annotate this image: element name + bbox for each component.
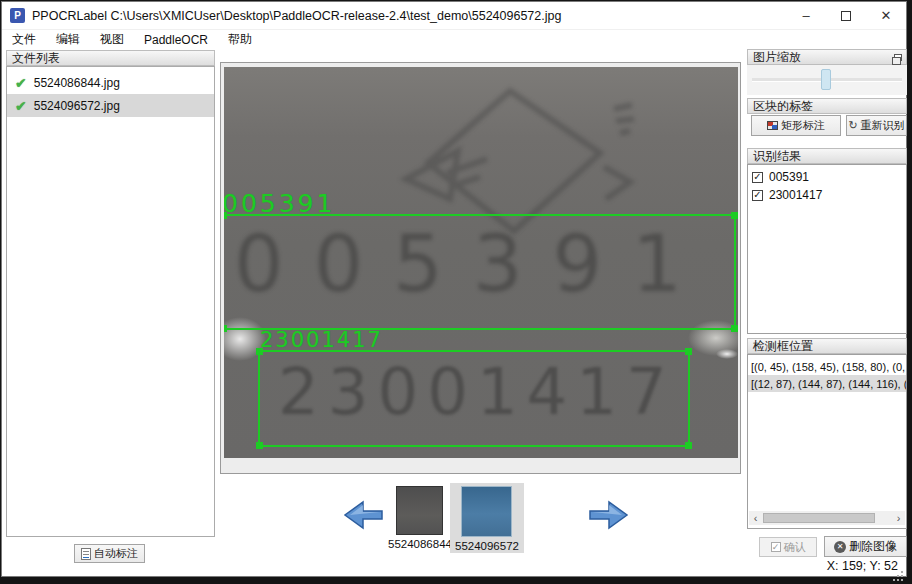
- boxes-section-header: 检测框位置: [747, 338, 907, 354]
- re-recognize-label: 重新识别: [861, 118, 905, 133]
- zoom-section-header: 图片缩放: [747, 49, 907, 65]
- re-recognize-button[interactable]: ↻ 重新识别: [846, 115, 907, 136]
- rectangle-icon: [767, 121, 778, 130]
- delete-icon: ✕: [834, 541, 846, 553]
- results-section-header: 识别结果: [747, 148, 907, 164]
- thumbnail-caption: 5524086844: [388, 538, 452, 550]
- result-item[interactable]: ✓ 23001417: [752, 186, 906, 204]
- menu-file[interactable]: 文件: [2, 31, 46, 48]
- box-handle[interactable]: [224, 212, 227, 219]
- window-controls: – ✕: [786, 2, 906, 29]
- maximize-icon: [841, 11, 851, 21]
- scroll-left-arrow[interactable]: ‹: [749, 511, 762, 525]
- app-icon: P: [10, 8, 25, 23]
- image-view[interactable]: 005391 23001417 005391 23001417: [224, 67, 738, 458]
- box-handle[interactable]: [256, 442, 263, 449]
- box-position-item-selected[interactable]: [(12, 87), (144, 87), (144, 116), (12, 1…: [748, 375, 906, 392]
- box-handle[interactable]: [731, 325, 738, 332]
- checkmark-icon: ✔: [15, 98, 27, 114]
- thumbnail-5524086844[interactable]: 5524086844: [388, 486, 452, 550]
- rect-annotate-label: 矩形标注: [781, 118, 825, 133]
- scrollbar-thumb[interactable]: [763, 513, 875, 523]
- float-panel-icon[interactable]: [894, 54, 902, 61]
- close-button[interactable]: ✕: [866, 2, 906, 29]
- label-section-header: 区块的标签: [747, 98, 907, 114]
- file-list-header: 文件列表: [6, 50, 215, 66]
- checkbox-checked-icon[interactable]: ✓: [752, 172, 763, 183]
- box-handle[interactable]: [731, 212, 738, 219]
- results-header-label: 识别结果: [753, 148, 801, 165]
- menu-bar: 文件 编辑 视图 PaddleOCR 帮助: [2, 30, 906, 49]
- file-list: ✔ 5524086844.jpg ✔ 5524096572.jpg: [6, 66, 215, 537]
- annotation-box-005391[interactable]: [224, 214, 736, 330]
- app-window: P PPOCRLabel C:\Users\XMICUser\Desktop\P…: [1, 1, 907, 577]
- resize-grip[interactable]: [901, 571, 903, 573]
- checkmark-icon: ✔: [15, 75, 27, 91]
- result-text: 23001417: [769, 188, 822, 202]
- highlight-blob: [716, 349, 738, 359]
- file-list-item-selected[interactable]: ✔ 5524096572.jpg: [7, 94, 214, 117]
- thumbnail-5524096572-selected[interactable]: 5524096572: [450, 483, 524, 553]
- box-handle[interactable]: [685, 442, 692, 449]
- next-image-arrow[interactable]: [588, 498, 630, 532]
- zoom-slider[interactable]: [747, 65, 907, 95]
- title-bar: P PPOCRLabel C:\Users\XMICUser\Desktop\P…: [2, 2, 906, 30]
- boxes-header-label: 检测框位置: [753, 338, 813, 355]
- box-handle[interactable]: [224, 325, 227, 332]
- file-list-item[interactable]: ✔ 5524086844.jpg: [7, 71, 214, 94]
- thumbnail-image: [396, 486, 443, 535]
- delete-image-button[interactable]: ✕ 删除图像: [824, 536, 907, 557]
- box-handle[interactable]: [256, 348, 263, 355]
- result-text: 005391: [769, 170, 809, 184]
- label-section-label: 区块的标签: [753, 98, 813, 115]
- menu-help[interactable]: 帮助: [218, 31, 262, 48]
- result-item[interactable]: ✓ 005391: [752, 168, 906, 186]
- annotation-canvas[interactable]: 005391 23001417 005391 23001417: [220, 62, 741, 474]
- minimize-button[interactable]: –: [786, 2, 826, 29]
- thumbnail-image: [461, 486, 512, 537]
- delete-image-label: 删除图像: [849, 538, 897, 555]
- menu-view[interactable]: 视图: [90, 31, 134, 48]
- thumbnail-caption: 5524096572: [455, 540, 519, 552]
- recognition-results-list: ✓ 005391 ✓ 23001417: [747, 164, 907, 334]
- auto-label-button-label: 自动标注: [94, 546, 138, 561]
- confirm-button[interactable]: ✓ 确认: [759, 537, 817, 557]
- scroll-right-arrow[interactable]: ›: [892, 511, 905, 525]
- box-position-list: [(0, 45), (158, 45), (158, 80), (0, 80)]…: [747, 354, 907, 529]
- horizontal-scrollbar[interactable]: ‹ ›: [749, 511, 905, 525]
- refresh-icon: ↻: [848, 120, 857, 131]
- slider-handle[interactable]: [821, 69, 831, 90]
- file-name: 5524086844.jpg: [34, 76, 120, 90]
- auto-label-icon: [81, 548, 91, 560]
- annotation-label-23001417: 23001417: [260, 328, 383, 352]
- menu-paddleocr[interactable]: PaddleOCR: [134, 33, 218, 47]
- annotation-box-23001417[interactable]: [258, 350, 690, 447]
- prev-image-arrow[interactable]: [342, 498, 384, 532]
- file-name: 5524096572.jpg: [34, 99, 120, 113]
- checkbox-checked-icon[interactable]: ✓: [752, 190, 763, 201]
- menu-edit[interactable]: 编辑: [46, 31, 90, 48]
- auto-label-button[interactable]: 自动标注: [74, 544, 145, 563]
- box-handle[interactable]: [685, 348, 692, 355]
- box-position-item[interactable]: [(0, 45), (158, 45), (158, 80), (0, 80)]: [748, 358, 906, 375]
- cursor-position-status: X: 159; Y: 52: [827, 559, 898, 573]
- confirm-label: 确认: [784, 540, 806, 555]
- confirm-checkbox-icon: ✓: [771, 542, 781, 552]
- rect-annotate-button[interactable]: 矩形标注: [751, 115, 841, 136]
- window-title: PPOCRLabel C:\Users\XMICUser\Desktop\Pad…: [32, 9, 561, 23]
- zoom-header-label: 图片缩放: [753, 49, 801, 66]
- maximize-button[interactable]: [826, 2, 866, 29]
